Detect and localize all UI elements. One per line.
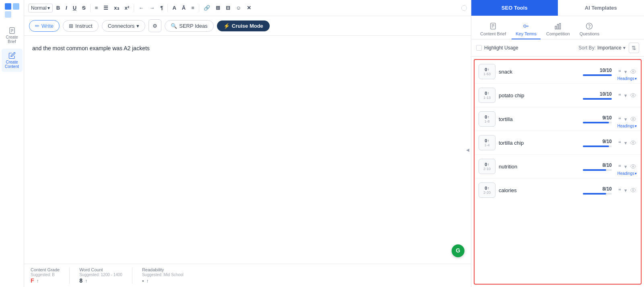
chevron-down-button-snack[interactable]: ▾: [623, 68, 628, 76]
subscript-button[interactable]: x₂: [112, 4, 121, 12]
superscript-button[interactable]: x²: [123, 4, 132, 12]
term-score-snack: 10/10: [580, 68, 612, 76]
quote-button-tortilla-chip[interactable]: ❝: [617, 139, 622, 147]
tab-key-terms[interactable]: Key Terms: [512, 20, 541, 39]
sort-value[interactable]: Importance: [597, 45, 621, 51]
tab-questions-label: Questions: [580, 31, 600, 36]
toolbar-divider-2: [134, 4, 134, 12]
underline-button[interactable]: U: [71, 4, 78, 12]
emoji-button[interactable]: ☺: [234, 4, 243, 12]
chevron-down-button-calories[interactable]: ▾: [623, 187, 628, 194]
headings-badge-nutrition[interactable]: Headings ▾: [617, 171, 637, 176]
chevron-down-button-tortilla[interactable]: ▾: [623, 115, 628, 123]
format-select[interactable]: Normal ▾: [28, 4, 53, 12]
content-grade-section: Content Grade Suggested: B F ↑: [31, 267, 70, 284]
quote-button-tortilla[interactable]: ❝: [617, 115, 622, 123]
toolbar-divider-3: [167, 4, 168, 12]
write-button[interactable]: ✏ Write: [29, 20, 60, 32]
up-arrow-icon: ↑: [487, 115, 489, 119]
cruise-mode-button[interactable]: ⚡ Cruise Mode: [217, 20, 270, 31]
instruct-button[interactable]: ⊞ Instruct: [63, 20, 99, 32]
svg-point-21: [632, 166, 634, 167]
sort-order-icon: ⇅: [632, 45, 636, 51]
bold-button[interactable]: B: [54, 4, 62, 12]
unordered-list-button[interactable]: ☰: [101, 4, 110, 12]
app-logo: [5, 3, 19, 22]
serp-ideas-button[interactable]: 🔍 SERP Ideas: [165, 20, 214, 32]
ai-templates-button[interactable]: AI Templates: [558, 0, 644, 16]
resize-handle[interactable]: ◂: [464, 144, 471, 155]
chevron-down-button-tortilla-chip[interactable]: ▾: [623, 139, 628, 147]
sidebar-item-create-content[interactable]: Create Content: [2, 49, 23, 72]
file-icon: [8, 27, 16, 34]
preview-button-nutrition[interactable]: [630, 163, 637, 170]
term-range: 1-4: [484, 143, 489, 147]
up-arrow-icon: ↑: [487, 139, 489, 143]
preview-button-snack[interactable]: [630, 68, 637, 75]
checkbox-box[interactable]: [476, 45, 482, 51]
connectors-button[interactable]: Connectors ▾: [102, 20, 145, 32]
svg-rect-2: [5, 11, 11, 18]
paragraph-button[interactable]: ¶: [158, 4, 165, 12]
term-count-value: 0: [485, 138, 487, 143]
term-range: 1-63: [483, 72, 491, 76]
quote-button-nutrition[interactable]: ❝: [617, 163, 622, 170]
sort-order-button[interactable]: ⇅: [629, 43, 639, 53]
term-counter-nutrition: 0 ↑ 2-10: [479, 159, 495, 174]
svg-point-11: [524, 25, 526, 27]
quote-button-calories[interactable]: ❝: [617, 187, 622, 194]
content-grade-value: F: [31, 277, 34, 284]
action-bar: ✏ Write ⊞ Instruct Connectors ▾ ⚙ 🔍 SERP…: [24, 16, 471, 36]
preview-button-tortilla[interactable]: [630, 115, 637, 123]
svg-point-19: [632, 118, 634, 120]
link-button[interactable]: 🔗: [202, 4, 212, 12]
term-score-calories: 8/10: [580, 186, 612, 195]
highlight-button[interactable]: Ā: [180, 4, 188, 12]
sidebar-item-create-brief[interactable]: Create Brief: [2, 24, 23, 47]
align-right-button[interactable]: →: [147, 4, 157, 12]
readability-suggested: Suggested: Mid School: [142, 273, 184, 277]
editor-content-area[interactable]: and the most common example was A2 jacke…: [24, 36, 471, 264]
tab-competition[interactable]: Competition: [542, 20, 574, 39]
tab-questions[interactable]: Questions: [576, 20, 604, 39]
strikethrough-button[interactable]: S: [80, 4, 88, 12]
clear-format-button[interactable]: ✕: [245, 4, 253, 12]
quote-button-potato-chip[interactable]: ❝: [617, 92, 622, 99]
term-count-value: 0: [485, 162, 487, 167]
term-score-potato-chip: 10/10: [580, 91, 612, 100]
font-color-button[interactable]: A: [170, 4, 178, 12]
headings-badge-tortilla[interactable]: Headings ▾: [617, 124, 637, 128]
term-row-tortilla: 0 ↑ 1-8 tortilla 9/10 ❝ ▾: [475, 107, 641, 131]
seo-tools-button[interactable]: SEO Tools: [471, 0, 558, 16]
chevron-down-button-potato-chip[interactable]: ▾: [623, 92, 628, 99]
italic-button[interactable]: I: [64, 4, 69, 12]
preview-button-potato-chip[interactable]: [630, 92, 637, 99]
grammarly-button[interactable]: G: [452, 244, 464, 257]
preview-button-tortilla-chip[interactable]: [630, 139, 637, 146]
term-counter-calories: 0 ↑ 2-20: [479, 182, 495, 198]
term-name-snack: snack: [499, 69, 531, 75]
toolbar-check-circle[interactable]: [461, 5, 467, 11]
term-count-value: 0: [485, 67, 487, 72]
chevron-down-button-nutrition[interactable]: ▾: [623, 163, 628, 170]
term-row-tortilla-chip: 0 ↑ 1-4 tortilla chip 9/10 ❝ ▾: [475, 131, 641, 155]
align-justify-button[interactable]: ≡: [189, 4, 196, 12]
ordered-list-button[interactable]: ≡: [93, 4, 100, 12]
chevron-down-icon[interactable]: ▾: [623, 45, 625, 51]
term-name-tortilla: tortilla: [499, 116, 531, 122]
terms-list: 0 ↑ 1-63 snack 10/10 ❝ ▾: [474, 59, 642, 285]
settings-button[interactable]: ⚙: [149, 19, 161, 32]
headings-badge-snack[interactable]: Headings ▾: [617, 76, 637, 81]
highlight-usage-checkbox[interactable]: Highlight Usage: [476, 45, 518, 51]
up-arrow-icon: ↑: [487, 68, 489, 72]
tab-content-brief[interactable]: Content Brief: [476, 20, 510, 39]
grade-up-arrow: ↑: [37, 278, 39, 284]
quote-button-snack[interactable]: ❝: [617, 68, 622, 76]
preview-button-calories[interactable]: [630, 187, 637, 194]
term-score-nutrition: 8/10: [580, 162, 612, 171]
svg-point-20: [632, 142, 634, 144]
table-button[interactable]: ⊟: [224, 4, 232, 12]
image-button[interactable]: ⊞: [214, 4, 222, 12]
align-left-button[interactable]: ←: [136, 4, 146, 12]
svg-point-17: [632, 71, 634, 72]
